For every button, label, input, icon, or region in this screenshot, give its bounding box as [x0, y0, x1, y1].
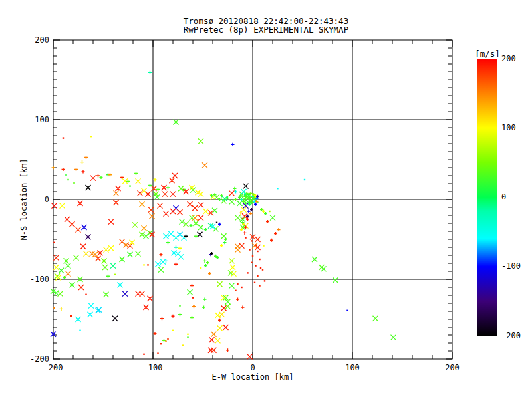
- data-point-cross: [209, 337, 215, 342]
- data-point-plus: [224, 238, 227, 241]
- data-point-cross: [108, 219, 114, 225]
- data-point-cross: [104, 292, 109, 297]
- data-point-cross: [192, 215, 198, 221]
- data-point-dot: [187, 334, 188, 335]
- colorbar-tick-label: 200: [501, 54, 531, 64]
- data-point-cross: [98, 250, 103, 255]
- data-point-dot: [187, 336, 188, 338]
- data-point-plus: [126, 180, 130, 183]
- data-point-dot: [79, 330, 80, 331]
- data-point-cross: [150, 213, 155, 219]
- data-point-dot: [259, 259, 260, 260]
- data-point-cross: [104, 247, 109, 253]
- data-point-cross: [58, 291, 63, 297]
- data-point-dot: [247, 272, 248, 273]
- data-point-plus: [246, 215, 249, 218]
- data-point-cross: [168, 231, 174, 237]
- data-point-dot: [237, 283, 238, 285]
- data-point-cross: [76, 227, 81, 233]
- skymap-window: Tromsø 20120818 22:42:00-22:43:43 RwPret…: [0, 0, 532, 399]
- data-point-dot: [179, 305, 180, 306]
- data-point-cross: [210, 224, 215, 229]
- data-point-cross: [230, 265, 235, 270]
- data-point-cross: [66, 263, 71, 269]
- data-point-cross: [116, 186, 121, 191]
- data-point-cross: [184, 189, 189, 194]
- y-tick-label: 0: [45, 195, 49, 204]
- data-point-cross: [178, 254, 184, 259]
- data-point-cross: [223, 325, 229, 330]
- colorbar-unit-label: [m/s]: [469, 49, 505, 59]
- data-point-cross: [198, 138, 203, 144]
- data-point-cross: [229, 200, 235, 205]
- data-point-plus: [108, 173, 112, 176]
- data-point-cross: [158, 203, 163, 209]
- data-point-dot: [160, 343, 162, 344]
- data-point-dot: [304, 179, 305, 180]
- data-point-plus: [156, 188, 160, 191]
- data-point-plus: [208, 272, 211, 275]
- data-point-cross: [82, 225, 87, 230]
- data-point-plus: [274, 232, 277, 235]
- data-point-plus: [243, 231, 247, 235]
- data-point-cross: [237, 201, 243, 206]
- x-axis-label: E-W location [km]: [53, 372, 452, 382]
- data-point-cross: [198, 225, 203, 230]
- data-point-cross: [86, 234, 91, 239]
- data-point-plus: [154, 332, 157, 335]
- data-point-plus: [241, 306, 245, 309]
- data-point-plus: [203, 298, 207, 301]
- data-point-cross: [172, 173, 178, 178]
- data-point-plus: [226, 348, 229, 352]
- x-tick-label: 200: [445, 363, 460, 372]
- data-point-cross: [110, 263, 116, 269]
- data-point-cross: [164, 233, 169, 239]
- data-point-dot: [257, 251, 258, 252]
- data-point-cross: [217, 281, 223, 287]
- data-point-cross: [170, 209, 176, 214]
- data-point-cross: [162, 192, 168, 197]
- data-point-cross: [198, 202, 203, 207]
- data-point-dot: [70, 315, 72, 317]
- data-point-cross: [66, 271, 71, 277]
- data-point-cross: [391, 335, 396, 340]
- data-point-cross: [102, 265, 108, 270]
- data-point-cross: [162, 185, 167, 190]
- data-point-dot: [249, 249, 250, 250]
- data-point-cross: [170, 192, 176, 197]
- data-point-dot: [165, 340, 166, 342]
- x-tick-label: -100: [144, 363, 163, 372]
- data-point-dot: [254, 282, 255, 283]
- data-point-dot: [67, 179, 68, 180]
- data-point-plus: [160, 253, 163, 256]
- data-point-plus: [231, 143, 235, 146]
- data-point-cross: [132, 222, 138, 227]
- data-point-plus: [120, 176, 124, 179]
- x-tick-label: 100: [345, 363, 360, 372]
- data-point-plus: [166, 241, 170, 244]
- data-point-dot: [73, 182, 74, 184]
- data-point-cross: [74, 255, 79, 261]
- data-point-dot: [53, 307, 55, 309]
- data-point-dot: [263, 245, 264, 246]
- data-point-plus: [52, 166, 55, 170]
- data-point-plus: [234, 190, 237, 194]
- data-point-cross: [88, 303, 94, 309]
- data-point-dot: [143, 354, 144, 355]
- data-point-dot: [192, 297, 194, 298]
- data-point-cross: [229, 283, 235, 289]
- colorbar-tick-label: 0: [501, 192, 531, 202]
- data-point-plus: [277, 228, 281, 231]
- x-tick-label: 0: [250, 363, 255, 372]
- data-point-plus: [233, 187, 237, 190]
- data-point-cross: [178, 209, 183, 215]
- data-point-cross: [144, 305, 149, 310]
- data-point-cross: [255, 237, 261, 242]
- data-point-cross: [198, 232, 203, 237]
- data-point-cross: [118, 282, 123, 287]
- y-tick-label: -100: [30, 275, 49, 284]
- data-point-dot: [277, 188, 278, 189]
- data-point-cross: [215, 338, 221, 343]
- data-point-dot: [259, 285, 260, 286]
- data-point-plus: [174, 246, 178, 249]
